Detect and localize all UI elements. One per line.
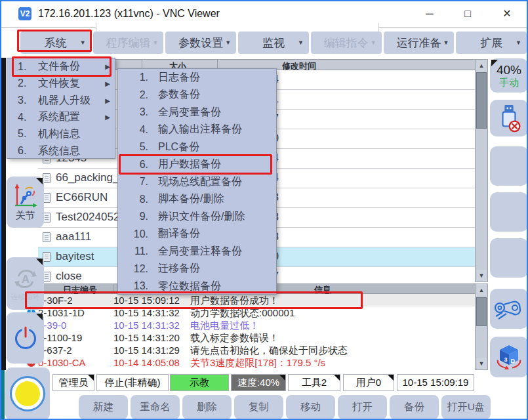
joystick-button[interactable] (490, 289, 528, 329)
backup-button[interactable]: 备份 (390, 395, 439, 419)
usb-eject-button[interactable] (490, 100, 528, 136)
menu-item-robot-upgrade[interactable]: 3. 机器人升级 ▶ (7, 92, 115, 109)
log-row[interactable]: 1-39-0 10-15 14:31:32 电池电量过低！ (24, 319, 475, 331)
submenu-arrow-icon: ▶ (105, 80, 110, 87)
document-icon (43, 252, 51, 262)
new-button[interactable]: 新建 (79, 395, 128, 419)
status-tool-frame[interactable]: 工具2 (288, 374, 340, 391)
menu-item-system-info[interactable]: 6. 系统信息 (7, 142, 115, 159)
submenu-item-io-comment-backup[interactable]: 4. 输入输出注释备份 (118, 121, 276, 139)
empty-slot-button[interactable] (490, 146, 528, 186)
menu-label: 系统 (45, 35, 67, 51)
submenu-item-zero-data-backup[interactable]: 13. 零位数据备份 (118, 278, 276, 295)
status-speed[interactable]: 速度:40% (231, 374, 286, 391)
log-message: 电池电量过低！ (190, 320, 259, 332)
chevron-down-icon: ▼ (225, 39, 231, 46)
menu-system[interactable]: 系统 ▼ (20, 32, 91, 54)
menu-monitor[interactable]: 监视 ▼ (238, 32, 309, 54)
submenu-item-translation-backup[interactable]: 10. 翻译备份 (118, 226, 276, 243)
submenu-item-identify-file-backup-delete[interactable]: 9. 辨识文件备份/删除 (118, 208, 276, 226)
log-row[interactable]: 2-637-2 10-15 14:31:29 请先点击初始化，确保处于同步状态 (24, 344, 475, 356)
submenu-item-user-data-backup[interactable]: 6. 用户数据备份 (118, 156, 276, 174)
continuous-loop-button[interactable]: A 连续循环 (7, 257, 44, 310)
submenu-arrow-icon: ▶ (105, 114, 110, 121)
submenu-item-param-backup[interactable]: 2. 参数备份 (118, 87, 276, 104)
submenu-item-plc-backup[interactable]: 5. PLC备份 (118, 138, 276, 156)
log-message: 请先点击初始化，确保处于同步状态 (190, 345, 348, 357)
maximize-button[interactable]: □ (457, 6, 479, 22)
rename-button[interactable]: 重命名 (131, 395, 180, 419)
open-button[interactable]: 打开 (338, 395, 387, 419)
scroll-down-button[interactable]: ▼ (476, 270, 487, 282)
scrollbar-thumb[interactable] (476, 72, 487, 129)
menu-parameter-settings[interactable]: 参数设置 ▼ (165, 32, 236, 54)
3d-cube-icon: 3 D (495, 343, 523, 371)
log-row[interactable]: 2-1031-1D 10-15 14:31:32 动力学数据状态:000001 (24, 306, 475, 319)
submenu-item-migration-backup[interactable]: 12. 迁移备份 (118, 261, 276, 278)
submenu-arrow-icon: ▶ (105, 63, 110, 70)
submenu-item-log-backup[interactable]: 1. 日志备份 (118, 69, 276, 87)
log-message: 关节3速度超限[178]：179.5 °/s (190, 357, 325, 369)
scrollbar-thumb[interactable] (476, 297, 487, 326)
log-message: 用户数据备份成功！ (190, 295, 279, 307)
log-time: 10-15 14:31:20 (113, 332, 180, 343)
log-time: 10-15 14:31:32 (113, 307, 180, 318)
enable-ring (10, 376, 45, 411)
delete-button[interactable]: 删除 (182, 395, 232, 419)
chevron-down-icon: ▼ (371, 39, 376, 46)
submenu-item-script-backup-delete[interactable]: 8. 脚本备份/删除 (118, 191, 276, 209)
empty-slot-button[interactable] (490, 192, 528, 232)
svg-text:3: 3 (504, 356, 508, 363)
scroll-up-button[interactable]: ▲ (476, 284, 487, 296)
status-run-state[interactable]: 停止(非精确) (96, 374, 169, 391)
menu-edit-instruction[interactable]: 编辑指令 ▼ (311, 32, 382, 54)
loop-button-label: 连续循环 (11, 292, 40, 302)
open-usb-button[interactable]: 打开U盘 (441, 395, 491, 419)
log-id: 2-1031-1D (38, 307, 85, 318)
status-datetime: 10-15 15:09:19 (397, 374, 474, 391)
chevron-down-icon: ▼ (298, 39, 304, 46)
speed-mode-button[interactable]: 40% 手动 (490, 58, 528, 93)
move-button[interactable]: 移动 (286, 395, 335, 419)
menu-item-file-restore[interactable]: 2. 文件恢复 ▶ (7, 75, 115, 93)
submenu-item-global-var-comment-backup[interactable]: 11. 全局变量注释备份 (118, 243, 276, 261)
close-button[interactable]: ✕ (496, 6, 518, 22)
file-list-scrollbar[interactable]: ▲ ▼ (475, 59, 488, 282)
status-user-frame[interactable]: 用户0 (343, 374, 394, 391)
menu-extend[interactable]: 扩展 ▼ (456, 32, 527, 54)
status-teach-mode[interactable]: 示教 (170, 374, 229, 391)
svg-text:A: A (21, 273, 29, 285)
submenu-item-global-var-backup[interactable]: 3. 全局变量备份 (118, 104, 276, 121)
menu-item-mechanism-info[interactable]: 5. 机构信息 (7, 126, 115, 143)
copy-button[interactable]: 复制 (234, 395, 283, 419)
file-action-bar: 新建 重命名 删除 复制 移动 打开 备份 打开U盘 (79, 395, 491, 419)
vnc-toolbar-notch (96, 23, 379, 32)
speed-percent: 40% (497, 63, 521, 77)
log-time: 10-15 14:31:32 (113, 320, 180, 331)
left-edge-strip-teal (1, 370, 5, 420)
log-row[interactable]: 2-1100-19 10-15 14:31:20 载入标定参数错误！ (24, 331, 475, 344)
menu-item-system-config[interactable]: 4. 系统配置 ▶ (7, 109, 115, 126)
3d-view-button[interactable]: 3 D (490, 337, 528, 377)
log-row[interactable]: 0-1030-CA 10-14 14:05:08 关节3速度超限[178]：17… (24, 356, 475, 369)
chevron-down-icon: ▼ (516, 39, 521, 46)
file-name: 66_packing_ (56, 171, 119, 184)
menu-program-edit[interactable]: 程序编辑 ▼ (93, 32, 164, 54)
submenu-item-fieldbus-config-backup[interactable]: 7. 现场总线配置备份 (118, 173, 276, 191)
menu-item-file-backup[interactable]: 1. 文件备份 ▶ (7, 58, 115, 75)
vnc-logo-icon: V2 (18, 7, 31, 20)
file-name: EC66RUN (56, 191, 108, 204)
scroll-down-button[interactable]: ▼ (476, 358, 487, 369)
menu-label: 参数设置 (178, 35, 223, 51)
scroll-up-button[interactable]: ▲ (476, 60, 487, 72)
document-icon (43, 232, 51, 242)
minimize-button[interactable]: ─ (418, 6, 441, 22)
empty-slot-button[interactable] (490, 238, 528, 278)
power-button[interactable] (7, 312, 44, 364)
joint-mode-button[interactable]: 关节 (7, 177, 44, 228)
menu-run-prepare[interactable]: 运行准备 ▼ (384, 32, 455, 54)
enable-switch-button[interactable] (5, 368, 50, 420)
log-scrollbar[interactable]: ▲ ▼ (475, 284, 488, 370)
log-row-selected[interactable]: 2-30F-2 10-15 15:09:12 用户数据备份成功！ (24, 294, 475, 306)
status-user-role[interactable]: 管理员 (52, 374, 94, 391)
